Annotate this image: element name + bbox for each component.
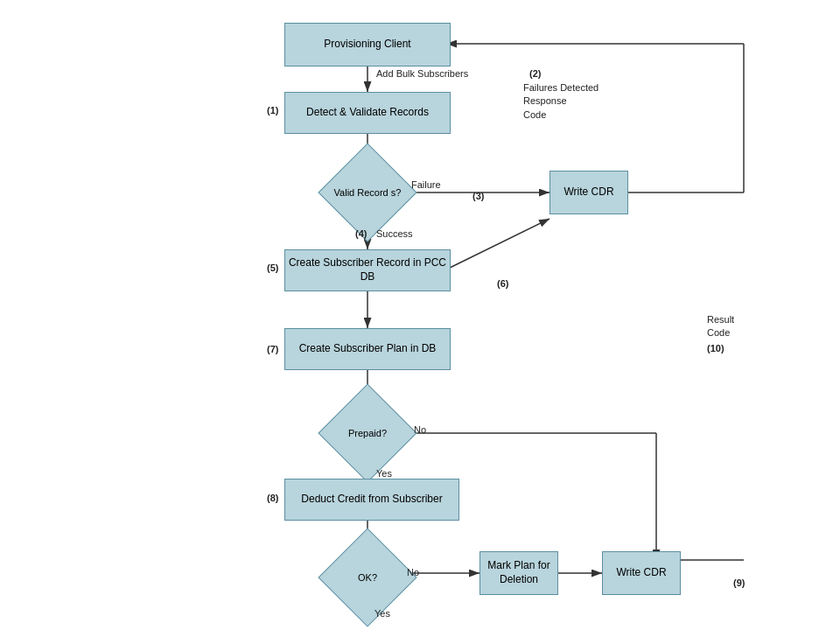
add-bulk-label: Add Bulk Subscribers [376, 68, 468, 79]
prepaid-no-label: No [414, 424, 426, 435]
label-9: (9) [733, 578, 745, 588]
label-4: (4) [355, 228, 367, 239]
ok-yes-label: Yes [374, 608, 390, 619]
failure-label: Failure [411, 179, 441, 190]
failures-label: Failures Detected Response Code [523, 81, 598, 122]
deduct-credit-box: Deduct Credit from Subscriber [284, 479, 459, 521]
label-1: (1) [267, 105, 278, 116]
success-label: Success [376, 228, 413, 239]
valid-records-diamond: Valid Record s? [332, 158, 402, 228]
label-8: (8) [267, 493, 278, 503]
provisioning-client-box: Provisioning Client [284, 23, 451, 66]
result-code-label: Result Code [707, 313, 734, 340]
mark-plan-deletion-box: Mark Plan for Deletion [480, 551, 558, 595]
label-7: (7) [267, 344, 278, 354]
ok-no-label: No [407, 567, 419, 578]
ok-diamond: OK? [332, 542, 402, 612]
label-6: (6) [497, 278, 508, 289]
create-subscriber-record-box: Create Subscriber Record in PCC DB [284, 249, 451, 291]
prepaid-yes-label: Yes [376, 468, 392, 479]
label-5: (5) [267, 262, 278, 273]
label-2: (2) [529, 68, 541, 79]
label-3: (3) [472, 191, 484, 201]
svg-line-9 [448, 219, 550, 269]
write-cdr-bottom-box: Write CDR [602, 551, 681, 595]
label-10: (10) [707, 343, 724, 354]
detect-validate-box: Detect & Validate Records [284, 92, 451, 134]
write-cdr-top-box: Write CDR [550, 171, 628, 214]
prepaid-diamond: Prepaid? [332, 398, 402, 468]
create-subscriber-plan-box: Create Subscriber Plan in DB [284, 328, 451, 370]
flowchart-diagram: Provisioning Client Add Bulk Subscribers… [0, 0, 840, 630]
